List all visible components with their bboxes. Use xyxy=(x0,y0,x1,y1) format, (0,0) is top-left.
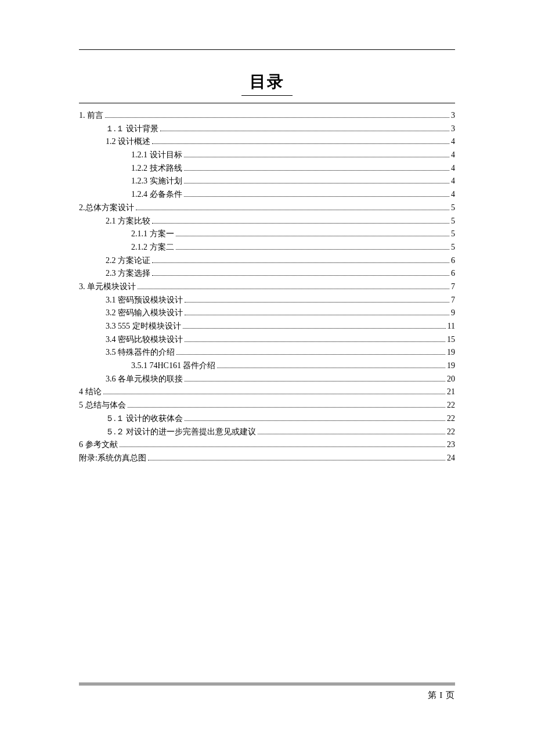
toc-entry: 2.3 方案选择6 xyxy=(79,267,455,280)
toc-page-number: 22 xyxy=(447,426,455,438)
toc-page-number: 11 xyxy=(448,320,455,333)
toc-label: 2.1.2 方案二 xyxy=(131,241,174,254)
toc-page-number: 4 xyxy=(451,135,455,148)
toc-entry: 1.2.4 必备条件4 xyxy=(79,188,455,201)
toc-page-number: 5 xyxy=(451,228,455,240)
toc-label: 4 结论 xyxy=(79,386,102,398)
toc-label: 2.总体方案设计 xyxy=(79,201,134,214)
toc-page-number: 3 xyxy=(451,123,455,135)
toc-entry: 3.5.1 74HC161 器件介绍19 xyxy=(79,359,455,372)
toc-label: 3.5.1 74HC161 器件介绍 xyxy=(131,359,215,372)
toc-leader-dots xyxy=(103,394,446,394)
header-rule xyxy=(79,49,455,50)
toc-page-number: 23 xyxy=(447,438,455,451)
toc-label: 1. 前言 xyxy=(79,109,103,122)
toc-label: 5 总结与体会 xyxy=(79,399,126,412)
toc-entry: 1.2.1 设计目标4 xyxy=(79,149,455,161)
toc-page-number: 4 xyxy=(451,162,455,175)
toc-label: 3.2 密码输入模块设计 xyxy=(106,307,183,319)
page-footer: 第 I 页 xyxy=(79,683,455,701)
toc-leader-dots xyxy=(185,341,445,342)
toc-page-number: 19 xyxy=(447,359,455,372)
toc-entry: 5 总结与体会22 xyxy=(79,399,455,412)
toc-leader-dots xyxy=(184,170,450,171)
toc-label: ５.２ 对设计的进一步完善提出意见或建议 xyxy=(106,426,256,438)
toc-label: 6 参考文献 xyxy=(79,438,118,451)
toc-label: 2.2 方案论证 xyxy=(106,254,150,267)
page-number: 第 I 页 xyxy=(79,690,455,701)
toc-label: １.１ 设计背景 xyxy=(106,123,158,135)
footer-rule-2 xyxy=(79,685,455,685)
toc-leader-dots xyxy=(185,302,449,303)
toc-leader-dots xyxy=(184,157,450,157)
title-container: 目录 xyxy=(79,71,455,96)
table-of-contents: 1. 前言3１.１ 设计背景31.2 设计概述41.2.1 设计目标41.2.2… xyxy=(79,109,455,465)
toc-label: 3. 单元模块设计 xyxy=(79,280,136,293)
toc-entry: 3. 单元模块设计7 xyxy=(79,280,455,293)
toc-page-number: 24 xyxy=(447,452,455,465)
toc-label: 3.3 555 定时模块设计 xyxy=(106,320,181,333)
toc-page-number: 20 xyxy=(447,373,455,386)
toc-label: 1.2.2 技术路线 xyxy=(131,162,182,175)
toc-leader-dots xyxy=(184,196,450,197)
toc-entry: 1.2.3 实施计划4 xyxy=(79,175,455,188)
toc-entry: 6 参考文献23 xyxy=(79,438,455,451)
toc-entry: 1.2.2 技术路线4 xyxy=(79,162,455,175)
toc-page-number: 5 xyxy=(451,241,455,254)
toc-label: 2.1 方案比较 xyxy=(106,215,150,228)
toc-leader-dots xyxy=(183,328,446,329)
toc-label: 3.6 各单元模块的联接 xyxy=(106,373,183,386)
toc-leader-dots xyxy=(217,368,445,368)
toc-label: ５.１ 设计的收获体会 xyxy=(106,412,183,425)
toc-page-number: 4 xyxy=(451,149,455,161)
toc-page-number: 7 xyxy=(451,294,455,307)
toc-label: 1.2.3 实施计划 xyxy=(131,175,182,188)
toc-leader-dots xyxy=(258,434,445,434)
toc-entry: 2.1.1 方案一5 xyxy=(79,228,455,240)
toc-leader-dots xyxy=(176,249,450,250)
toc-entry: 1.2 设计概述4 xyxy=(79,135,455,148)
toc-page-number: 19 xyxy=(447,346,455,359)
toc-page-number: 5 xyxy=(451,201,455,214)
toc-label: 1.2.4 必备条件 xyxy=(131,188,182,201)
toc-page-number: 4 xyxy=(451,188,455,201)
toc-entry: 3.3 555 定时模块设计11 xyxy=(79,320,455,333)
toc-page-number: 15 xyxy=(447,333,455,346)
toc-label: 3.1 密码预设模块设计 xyxy=(106,294,183,307)
toc-page-number: 22 xyxy=(447,399,455,412)
toc-entry: 附录:系统仿真总图24 xyxy=(79,452,455,465)
toc-entry: 1. 前言3 xyxy=(79,109,455,122)
toc-leader-dots xyxy=(176,236,450,236)
toc-label: 1.2.1 设计目标 xyxy=(131,149,182,161)
toc-leader-dots xyxy=(148,460,445,460)
toc-label: 2.3 方案选择 xyxy=(106,267,150,280)
toc-page-number: 6 xyxy=(451,254,455,267)
toc-page-number: 22 xyxy=(447,412,455,425)
toc-leader-dots xyxy=(185,420,445,421)
toc-leader-dots xyxy=(184,183,450,183)
toc-page-number: 7 xyxy=(451,280,455,293)
toc-page-number: 4 xyxy=(451,175,455,188)
toc-leader-dots xyxy=(136,210,450,210)
toc-leader-dots xyxy=(185,315,449,315)
toc-leader-dots xyxy=(152,143,449,144)
toc-entry: 3.4 密码比较模块设计15 xyxy=(79,333,455,346)
toc-page-number: 6 xyxy=(451,267,455,280)
toc-leader-dots xyxy=(120,447,446,447)
toc-leader-dots xyxy=(152,223,449,224)
toc-entry: 3.6 各单元模块的联接20 xyxy=(79,373,455,386)
toc-entry: 2.总体方案设计5 xyxy=(79,201,455,214)
toc-leader-dots xyxy=(152,275,449,276)
toc-label: 3.4 密码比较模块设计 xyxy=(106,333,183,346)
footer-rule-1 xyxy=(79,683,455,683)
toc-entry: 3.2 密码输入模块设计9 xyxy=(79,307,455,319)
page-title: 目录 xyxy=(241,71,293,96)
toc-page-number: 5 xyxy=(451,215,455,228)
toc-label: 2.1.1 方案一 xyxy=(131,228,174,240)
toc-leader-dots xyxy=(185,381,445,381)
toc-entry: ５.２ 对设计的进一步完善提出意见或建议22 xyxy=(79,426,455,438)
toc-label: 3.5 特殊器件的介绍 xyxy=(106,346,175,359)
toc-entry: １.１ 设计背景3 xyxy=(79,123,455,135)
toc-page-number: 9 xyxy=(451,307,455,319)
toc-entry: 4 结论21 xyxy=(79,386,455,398)
